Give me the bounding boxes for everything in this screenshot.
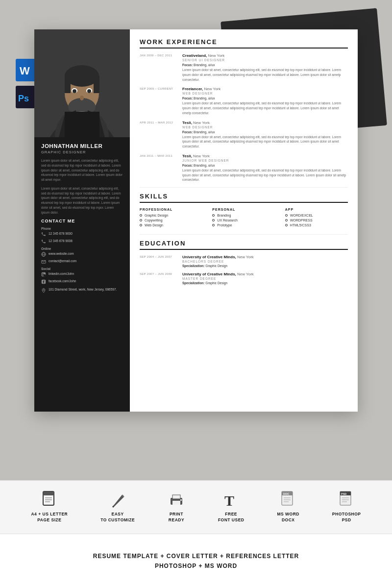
svg-text:T: T <box>224 492 234 509</box>
linkedin-icon <box>41 272 46 277</box>
phone-label: Phone <box>41 227 123 230</box>
exp-date: JAN 2009 – DEC 2011 <box>140 53 176 82</box>
word-label: MS WORDDOCX <box>277 512 299 523</box>
exp-focus: Focus: Branding, ui/ux <box>182 164 348 167</box>
bottom-line-2: PHOTOSHOP + MS WORD <box>155 563 237 569</box>
professional-skills-list: Graphic Design Copywriting Web Design <box>140 214 202 227</box>
experience-item: JAN 2011 – MAR 2011 Tesli, New York JUNI… <box>140 154 348 182</box>
exp-role: WEB DESIGNER <box>182 125 348 129</box>
word-icon: W <box>16 59 35 81</box>
facebook-icon <box>41 279 46 284</box>
customize-label: EASYTO CUSTOMIZE <box>100 512 135 523</box>
website-item: www.website.com <box>41 251 123 257</box>
sidebar-info: JOHNATHAN MILLER GRAPHIC DESIGNER Lorem … <box>34 137 130 412</box>
pencil-icon <box>110 491 125 509</box>
work-experience-header: WORK EXPERIENCE <box>140 38 348 49</box>
svg-rect-11 <box>94 76 99 93</box>
font-icon-container: T <box>222 491 240 509</box>
skill-dot <box>212 214 215 217</box>
skill-text: Copywriting <box>145 219 163 222</box>
skills-grid: Professional Graphic Design Copywriting … <box>140 208 348 228</box>
exp-desc: Lorem ipsum dolor sit amet, consectetur … <box>182 68 348 82</box>
exp-date: APR 2011 – MAR 2012 <box>140 121 176 149</box>
svg-rect-41 <box>172 501 180 505</box>
edu-date: SEP 2004 – JUN 2007 <box>140 255 176 268</box>
svg-rect-29 <box>44 274 44 276</box>
svg-rect-10 <box>65 76 71 93</box>
svg-rect-33 <box>43 491 54 495</box>
person-silhouette <box>34 29 130 137</box>
personal-title: Personal <box>212 208 275 211</box>
email-address: contact@email.com <box>49 259 76 264</box>
skill-item: Graphic Design <box>140 214 202 217</box>
contact-section-title: CONTACT ME <box>41 219 123 223</box>
app-skills-col: APP WORD/EXCEL WORDPRESS HTML5/CSS3 <box>285 208 348 228</box>
skill-text: WORD/EXCEL <box>290 214 313 217</box>
skill-item: Copywriting <box>140 219 202 222</box>
exp-focus: Focus: Branding, ui/ux <box>182 130 348 134</box>
exp-company: Freelancer, New York <box>182 87 348 91</box>
main-content: WORK EXPERIENCE JAN 2009 – DEC 2011 Crea… <box>130 29 358 412</box>
ps-icon: Ps <box>16 86 35 108</box>
bottom-bar: RESUME TEMPLATE + COVER LETTER + REFEREN… <box>0 534 392 588</box>
address-text: 101 Diamond Street, work, New Jersey, 08… <box>49 287 117 292</box>
section-divider-2 <box>140 234 348 235</box>
exp-content: Freelancer, New York WEB DESIGNER Focus:… <box>182 87 348 115</box>
skill-text: HTML5/CSS3 <box>290 223 311 227</box>
svg-text:Ps: Ps <box>18 94 29 103</box>
exp-date: JAN 2011 – MAR 2011 <box>140 154 176 182</box>
skill-dot <box>140 214 142 217</box>
psd-icon: PSD <box>339 491 354 509</box>
edu-content: University of Creative Minds, New York M… <box>182 272 348 285</box>
skill-dot <box>140 224 142 226</box>
svg-rect-27 <box>43 274 44 276</box>
skill-item: Prototype <box>212 223 275 227</box>
professional-skills-col: Professional Graphic Design Copywriting … <box>140 208 202 228</box>
bottom-line-1: RESUME TEMPLATE + COVER LETTER + REFEREN… <box>93 553 299 560</box>
feature-bar: A4 + US LETTERPAGE SIZE EASYTO CUSTOMIZE… <box>0 480 392 534</box>
personal-skills-col: Personal Branding UX Research Prototype <box>212 208 275 228</box>
skill-text: Branding <box>217 214 231 217</box>
facebook-item: facebook.com/John <box>41 279 123 284</box>
svg-point-28 <box>43 273 44 274</box>
phone-number-1: 12 345 678 9000 <box>49 231 73 236</box>
phone-icon-2 <box>41 239 46 244</box>
word-doc-icon-container: DOC <box>279 491 297 509</box>
section-divider-1 <box>140 187 348 188</box>
social-label: Social <box>41 267 123 270</box>
edu-degree: BACHELORS DEGREE <box>182 260 348 263</box>
exp-desc: Lorem ipsum dolor sit amet, consectetur … <box>182 168 348 182</box>
email-item: contact@email.com <box>41 259 123 264</box>
feature-print: PRINTREADY <box>168 491 185 523</box>
svg-point-16 <box>87 89 91 93</box>
skill-item: HTML5/CSS3 <box>285 223 348 227</box>
feature-psd: PSD PHOTOSHOPPSD <box>332 491 361 523</box>
doc-icon: DOC <box>281 491 295 509</box>
svg-text:DOC: DOC <box>283 492 289 495</box>
candidate-title: GRAPHIC DESIGNER <box>41 150 123 154</box>
exp-role: JUNIOR WEB DESIGNER <box>182 159 348 162</box>
skill-text: Graphic Design <box>145 214 168 217</box>
skill-dot <box>212 219 215 221</box>
skill-item: Web Design <box>140 223 202 227</box>
exp-desc: Lorem ipsum dolor sit amet, consectetur … <box>182 101 348 115</box>
font-label: FREEFONT USED <box>218 512 245 523</box>
app-skills-list: WORD/EXCEL WORDPRESS HTML5/CSS3 <box>285 214 348 227</box>
print-label: PRINTREADY <box>169 512 184 523</box>
svg-text:W: W <box>20 65 30 77</box>
feature-font: T FREEFONT USED <box>218 491 245 523</box>
bio-1: Lorem ipsum dolor sit amet, consectetur … <box>41 158 123 182</box>
phone-section: Phone 12 345 678 9000 12 345 678 9008 <box>41 227 123 244</box>
feature-customize: EASYTO CUSTOMIZE <box>100 491 135 523</box>
social-section: Social linkedin.com/John <box>41 267 123 284</box>
exp-content: Tesli, New York JUNIOR WEB DESIGNER Focu… <box>182 154 348 182</box>
education-header: EDUCATION <box>140 240 348 250</box>
svg-rect-43 <box>180 499 182 501</box>
exp-role: WEB DESIGNER <box>182 92 348 95</box>
print-icon-container <box>168 491 185 509</box>
page-size-label: A4 + US LETTERPAGE SIZE <box>31 512 68 523</box>
skill-item: WORD/EXCEL <box>285 214 348 217</box>
page-size-icon-container <box>41 491 58 509</box>
education-item: SEP 2004 – JUN 2007 University of Creati… <box>140 255 348 268</box>
experience-list: JAN 2009 – DEC 2011 Creativeland, New Yo… <box>140 53 348 182</box>
